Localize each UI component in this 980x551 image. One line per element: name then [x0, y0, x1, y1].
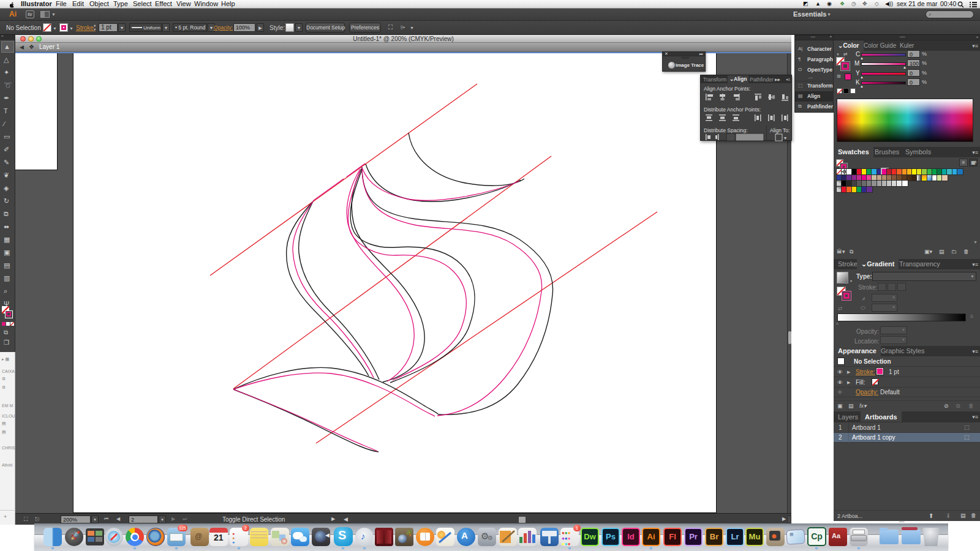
svg-text:▾: ▾: [784, 135, 786, 141]
svg-text:Uniform: Uniform: [143, 25, 160, 31]
